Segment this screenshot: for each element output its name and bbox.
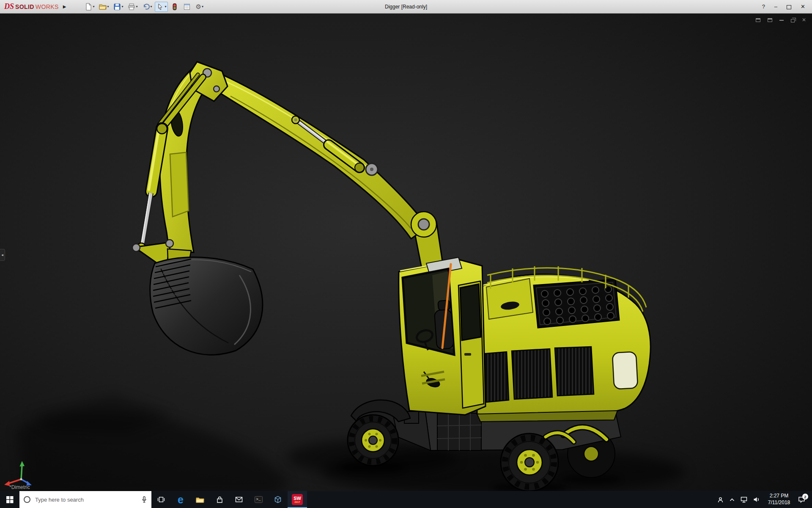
print-icon (128, 3, 135, 11)
system-tray: 2:27 PM 7/11/2018 2 (717, 491, 812, 508)
maximize-button[interactable] (787, 5, 791, 9)
network-icon (741, 497, 747, 503)
dropdown-arrow-icon[interactable]: ▾ (202, 5, 203, 8)
network-button[interactable] (741, 497, 747, 503)
new-document-button[interactable]: ▾ (83, 2, 96, 12)
brand-solid: SOLID (15, 3, 34, 10)
solidworks-logo: DS SOLIDWORKS (0, 2, 60, 11)
taskbar-search[interactable] (19, 491, 151, 508)
cortana-icon (24, 496, 30, 503)
hidden-icons-button[interactable] (730, 498, 735, 502)
select-button[interactable]: ▾ (155, 2, 168, 12)
dropdown-arrow-icon[interactable]: ▾ (121, 5, 123, 8)
door-handle (464, 353, 471, 356)
rebuild-icon (171, 3, 178, 11)
tray-date: 7/11/2018 (768, 500, 790, 506)
rear-left-wheel[interactable] (501, 433, 558, 491)
notification-badge: 2 (802, 494, 808, 500)
minimize-button[interactable]: – (774, 3, 777, 10)
volume-button[interactable] (753, 497, 760, 502)
undo-arrow-icon (142, 3, 150, 11)
store-icon (216, 496, 223, 503)
chevron-up-icon (730, 498, 735, 502)
clock[interactable]: 2:27 PM 7/11/2018 (766, 493, 792, 506)
door-window (460, 284, 481, 340)
front-left-wheel[interactable] (348, 415, 398, 466)
dropdown-arrow-icon[interactable]: ▾ (150, 5, 152, 8)
task-view-button[interactable] (151, 491, 171, 508)
edge-browser-button[interactable]: e (171, 491, 190, 508)
file-properties-button[interactable] (181, 2, 192, 12)
titlebar: DS SOLIDWORKS ▶ ▾ ▾ ▾ ▾ ▾ ▾ (0, 0, 812, 14)
side-window-panel (612, 352, 638, 389)
file-explorer-button[interactable] (190, 491, 210, 508)
save-button[interactable]: ▾ (112, 2, 125, 12)
cascade-windows-icon[interactable] (756, 18, 760, 22)
open-folder-icon (99, 3, 107, 11)
solidworks-2017-button[interactable]: SW 2017 (288, 491, 307, 508)
action-center-button[interactable]: 2 (798, 496, 805, 503)
volume-icon (753, 497, 760, 502)
scene-svg[interactable] (0, 14, 812, 491)
undo-button[interactable]: ▾ (140, 2, 154, 12)
dropdown-arrow-icon[interactable]: ▾ (136, 5, 137, 8)
open-button[interactable]: ▾ (97, 2, 110, 12)
windows-logo-icon (6, 496, 14, 503)
window-controls: ? – ✕ (762, 3, 812, 10)
file-explorer-icon (196, 496, 204, 503)
3d-viewer-icon (274, 496, 282, 503)
graphics-area[interactable]: ✕ ◂ *Dimetric (0, 14, 812, 491)
print-button[interactable]: ▾ (126, 2, 139, 12)
taskbar-apps: e >_ (151, 491, 307, 508)
help-button[interactable]: ? (762, 3, 765, 10)
cab[interactable] (399, 257, 486, 415)
edge-icon: e (178, 494, 184, 505)
mail-button[interactable] (229, 491, 249, 508)
3d-viewer-button[interactable] (268, 491, 288, 508)
tile-windows-icon[interactable] (768, 18, 772, 22)
minimize-document-icon[interactable] (779, 19, 784, 21)
options-gear-icon: ⚙ (195, 3, 201, 10)
ds-logo-icon: DS (4, 2, 14, 11)
microphone-icon[interactable] (141, 496, 147, 503)
command-prompt-button[interactable]: >_ (249, 491, 268, 508)
menu-flyout-arrow[interactable]: ▶ (63, 4, 66, 9)
prompt-glyph: >_ (256, 497, 261, 502)
options-button[interactable]: ⚙ ▾ (194, 2, 205, 11)
view-orientation-label: *Dimetric (9, 484, 30, 490)
tray-time: 2:27 PM (770, 493, 789, 500)
brand-works: WORKS (36, 3, 59, 10)
mail-icon (235, 497, 243, 502)
dropdown-arrow-icon[interactable]: ▾ (93, 5, 94, 8)
new-document-icon (85, 3, 92, 11)
microsoft-store-button[interactable] (210, 491, 229, 508)
dropdown-arrow-icon[interactable]: ▾ (107, 5, 109, 8)
people-button[interactable] (717, 497, 724, 503)
taskbar: e >_ (0, 491, 812, 508)
document-window-controls: ✕ (756, 17, 806, 22)
close-button[interactable]: ✕ (801, 3, 805, 10)
task-view-icon (157, 496, 165, 503)
solidworks-app-icon: SW 2017 (292, 494, 303, 505)
file-properties-icon (183, 3, 191, 11)
dropdown-arrow-icon[interactable]: ▾ (165, 5, 166, 8)
rebuild-button[interactable] (169, 2, 180, 12)
people-icon (717, 497, 724, 503)
select-cursor-icon (156, 3, 164, 11)
start-button[interactable] (0, 491, 19, 508)
search-input[interactable] (34, 496, 137, 503)
quick-access-toolbar: ▾ ▾ ▾ ▾ ▾ ▾ ⚙ ▾ (83, 2, 205, 12)
side-grilles (470, 347, 594, 403)
feature-manager-flyout-tab[interactable]: ◂ (0, 249, 5, 261)
restore-document-icon[interactable] (791, 19, 795, 22)
save-floppy-icon (113, 3, 121, 11)
close-document-icon[interactable]: ✕ (802, 17, 806, 22)
